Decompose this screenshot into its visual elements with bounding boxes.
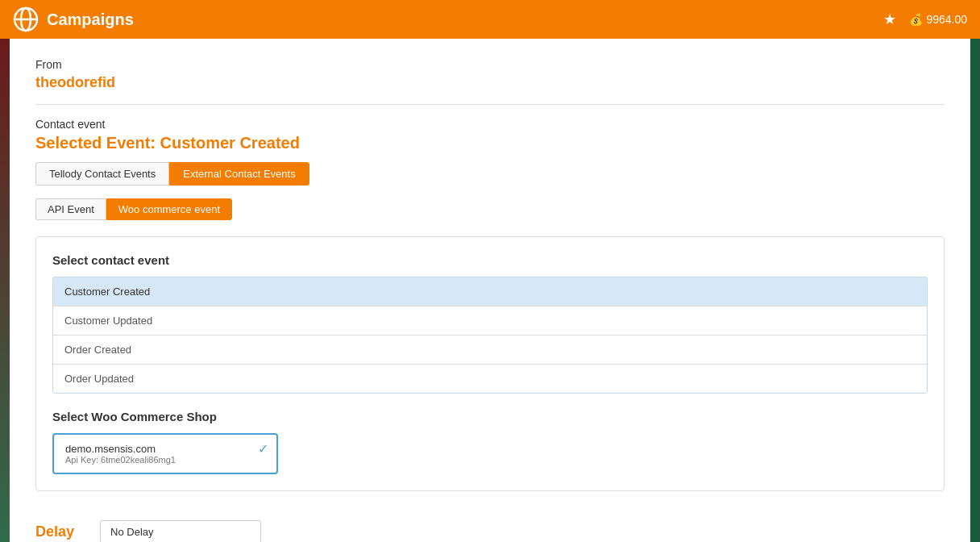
from-value[interactable]: theodorefid	[35, 74, 115, 90]
app-title: Campaigns	[47, 10, 134, 29]
coin-icon: 💰	[909, 13, 923, 26]
shop-item[interactable]: demo.msensis.com Api Key: 6tme02keali86m…	[52, 433, 278, 474]
shop-section-title: Select Woo Commerce Shop	[52, 410, 928, 423]
divider-1	[35, 104, 945, 105]
event-item-customer-updated[interactable]: Customer Updated	[53, 306, 927, 336]
event-list: Customer Created Customer Updated Order …	[52, 277, 928, 394]
shop-api-key: Api Key: 6tme02keali86mg1	[65, 455, 265, 465]
from-section: From theodorefid	[35, 58, 945, 91]
checkmark-icon: ✓	[258, 441, 268, 457]
event-panel: Select contact event Customer Created Cu…	[35, 236, 945, 491]
contact-events-tabs: Tellody Contact Events External Contact …	[35, 162, 945, 186]
header: Campaigns ★ 💰 9964.00	[0, 0, 980, 39]
tab-woo-commerce-event[interactable]: Woo commerce event	[106, 198, 232, 220]
contact-event-section: Contact event Selected Event: Customer C…	[35, 118, 945, 152]
from-label: From	[35, 58, 945, 71]
event-item-order-updated[interactable]: Order Updated	[53, 365, 927, 393]
star-icon: ★	[883, 10, 896, 28]
header-left: Campaigns	[13, 6, 134, 32]
shop-section: Select Woo Commerce Shop demo.msensis.co…	[52, 410, 928, 474]
tab-api-event[interactable]: API Event	[35, 198, 106, 220]
tab-external-contact-events[interactable]: External Contact Events	[169, 162, 309, 186]
event-item-order-created[interactable]: Order Created	[53, 336, 927, 365]
delay-label: Delay	[35, 523, 74, 540]
selected-event-title: Selected Event: Customer Created	[35, 134, 945, 152]
credits-display: 💰 9964.00	[909, 13, 967, 26]
credits-value: 9964.00	[926, 13, 967, 26]
delay-section: Delay	[35, 507, 945, 542]
right-sidebar-accent	[970, 39, 980, 542]
main-content: From theodorefid Contact event Selected …	[10, 39, 970, 542]
logo-icon	[13, 6, 39, 32]
select-contact-event-title: Select contact event	[52, 253, 928, 267]
event-type-tabs: API Event Woo commerce event	[35, 198, 945, 220]
layout: From theodorefid Contact event Selected …	[0, 39, 980, 542]
shop-name: demo.msensis.com	[65, 443, 265, 455]
delay-input[interactable]	[100, 520, 261, 542]
header-right: ★ 💰 9964.00	[883, 10, 967, 28]
contact-event-label: Contact event	[35, 118, 945, 131]
event-item-customer-created[interactable]: Customer Created	[53, 277, 927, 306]
left-sidebar-accent	[0, 39, 10, 542]
tab-tellody-contact-events[interactable]: Tellody Contact Events	[35, 162, 169, 186]
